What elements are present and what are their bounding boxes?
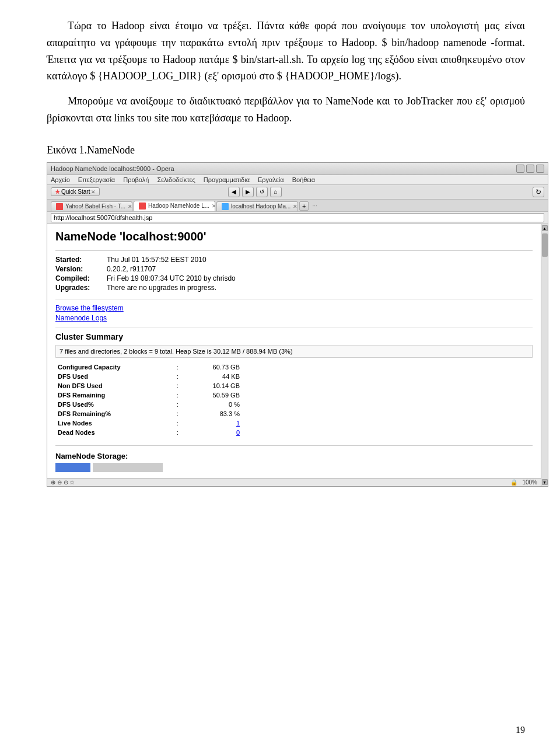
browser-main: NameNode 'localhost:9000' Started: Thu J… xyxy=(47,224,541,486)
cluster-value-0: 60.73 GB xyxy=(185,362,242,372)
status-security-icon: 🔒 xyxy=(510,479,517,486)
cluster-label-6: Live Nodes xyxy=(55,418,170,428)
cluster-sep-0: : xyxy=(170,362,185,372)
cluster-label-2: Non DFS Used xyxy=(55,381,170,390)
info-value-3: There are no upgrades in progress. xyxy=(107,284,216,292)
tab-icon-1 xyxy=(139,203,146,210)
cluster-row-1: DFS Used : 44 KB xyxy=(55,372,242,381)
menu-bookmarks[interactable]: Σελιδοδείκτες xyxy=(157,176,195,183)
forward-button[interactable]: ▶ xyxy=(242,187,254,197)
info-value-1: 0.20.2, r911707 xyxy=(107,265,156,273)
storage-bar-free xyxy=(93,463,163,472)
quickstart-close-icon[interactable]: ✕ xyxy=(91,189,96,195)
address-bar-row: http://localhost:50070/dfshealth.jsp xyxy=(47,212,548,224)
info-value-2: Fri Feb 19 08:07:34 UTC 2010 by chrisdo xyxy=(107,274,236,282)
divider-3 xyxy=(55,327,533,327)
info-row-0: Started: Thu Jul 01 15:57:52 EEST 2010 xyxy=(55,256,533,264)
paragraph-1: Τώρα το Hadoop είναι έτοιμο να τρέξει. Π… xyxy=(47,18,525,85)
info-value-0: Thu Jul 01 15:57:52 EEST 2010 xyxy=(107,256,206,264)
scrollbar-up[interactable]: ▲ xyxy=(542,225,548,231)
tab-label-2: localhost Hadoop Ma... xyxy=(231,203,290,210)
info-row-1: Version: 0.20.2, r911707 xyxy=(55,265,533,273)
tab-close-2[interactable]: ✕ xyxy=(293,204,298,210)
home-button[interactable]: ⌂ xyxy=(270,187,282,197)
quickstart-button[interactable]: ★ Quick Start ✕ xyxy=(51,187,100,196)
reload-button[interactable]: ↺ xyxy=(256,187,268,197)
browser-menubar: Αρχείο Επεξεργασία Προβολή Σελιδοδείκτες… xyxy=(47,175,548,185)
info-label-0: Started: xyxy=(55,256,102,264)
cluster-sep-7: : xyxy=(170,428,185,437)
menu-tools-extras[interactable]: Προγραμματιδια xyxy=(204,176,250,183)
cluster-label-0: Configured Capacity xyxy=(55,362,170,372)
cluster-summary-text: 7 files and directories, 2 blocks = 9 to… xyxy=(55,345,533,358)
close-button[interactable] xyxy=(536,165,544,173)
browser-toolbar: ★ Quick Start ✕ ◀ ▶ ↺ ⌂ ↻ xyxy=(47,185,548,200)
cluster-sep-1: : xyxy=(170,372,185,381)
menu-tools[interactable]: Εργαλεία xyxy=(258,176,284,183)
browser-screenshot: Hadoop NameNode localhost:9000 - Opera Α… xyxy=(47,162,548,487)
cluster-row-2: Non DFS Used : 10.14 GB xyxy=(55,381,242,390)
browser-titlebar: Hadoop NameNode localhost:9000 - Opera xyxy=(47,163,548,175)
namenode-logs-link[interactable]: Namenode Logs xyxy=(55,314,533,322)
divider-2 xyxy=(55,299,533,299)
browser-inner: NameNode 'localhost:9000' Started: Thu J… xyxy=(47,224,548,486)
paragraph-2: Μπορούμε να ανοίξουμε το διαδικτυακό περ… xyxy=(47,93,525,127)
divider-4 xyxy=(55,445,533,446)
maximize-button[interactable] xyxy=(526,165,534,173)
cluster-value-2: 10.14 GB xyxy=(185,381,242,390)
tab-label-0: Yahoo! Babel Fish - T... xyxy=(65,203,125,210)
divider-1 xyxy=(55,250,533,251)
figure-caption: Εικόνα 1.NameNode xyxy=(47,144,525,156)
cluster-value-3: 50.59 GB xyxy=(185,390,242,400)
cluster-row-4: DFS Used% : 0 % xyxy=(55,400,242,409)
info-row-2: Compiled: Fri Feb 19 08:07:34 UTC 2010 b… xyxy=(55,274,533,282)
namenode-heading: NameNode 'localhost:9000' xyxy=(55,230,533,243)
cluster-value-4: 0 % xyxy=(185,400,242,409)
cluster-sep-2: : xyxy=(170,381,185,390)
tab-0[interactable]: Yahoo! Babel Fish - T... ✕ xyxy=(51,201,132,211)
cluster-label-1: DFS Used xyxy=(55,372,170,381)
minimize-button[interactable] xyxy=(516,165,524,173)
browser-content: NameNode 'localhost:9000' Started: Thu J… xyxy=(47,224,541,478)
tab-close-0[interactable]: ✕ xyxy=(128,204,132,210)
cluster-section: Cluster Summary 7 files and directories,… xyxy=(55,332,533,437)
address-bar[interactable]: http://localhost:50070/dfshealth.jsp xyxy=(51,213,544,222)
menu-edit[interactable]: Επεξεργασία xyxy=(78,176,115,183)
menu-help[interactable]: Βοήθεια xyxy=(292,176,315,183)
cluster-row-3: DFS Remaining : 50.59 GB xyxy=(55,390,242,400)
tab-close-1[interactable]: ✕ xyxy=(212,203,215,209)
page-number: 19 xyxy=(516,725,525,735)
tab-add-button[interactable]: + xyxy=(299,201,309,211)
scrollbar[interactable]: ▲ ▼ xyxy=(541,224,548,486)
info-label-1: Version: xyxy=(55,265,102,273)
cluster-value-1: 44 KB xyxy=(185,372,242,381)
tab-1[interactable]: Hadoop NameNode L... ✕ xyxy=(134,201,215,211)
status-icons: ⊕ ⊖ ⊙ ☆ xyxy=(51,479,75,486)
refresh-icon[interactable]: ↻ xyxy=(533,187,544,197)
namenode-storage-heading: NameNode Storage: xyxy=(55,452,533,460)
cluster-row-5: DFS Remaining% : 83.3 % xyxy=(55,409,242,418)
back-button[interactable]: ◀ xyxy=(228,187,240,197)
cluster-row-6: Live Nodes : 1 xyxy=(55,418,242,428)
browse-filesystem-link[interactable]: Browse the filesystem xyxy=(55,304,533,312)
tab-icon-0 xyxy=(56,203,63,210)
scrollbar-down[interactable]: ▼ xyxy=(542,479,548,485)
tab-2[interactable]: localhost Hadoop Ma... ✕ xyxy=(216,201,298,211)
browser-title: Hadoop NameNode localhost:9000 - Opera xyxy=(51,165,174,172)
storage-bar xyxy=(55,463,533,472)
status-left: ⊕ ⊖ ⊙ ☆ xyxy=(51,479,75,486)
scrollbar-thumb[interactable] xyxy=(542,233,548,257)
cluster-value-7[interactable]: 0 xyxy=(185,428,242,437)
cluster-row-7: Dead Nodes : 0 xyxy=(55,428,242,437)
cluster-row-0: Configured Capacity : 60.73 GB xyxy=(55,362,242,372)
cluster-sep-3: : xyxy=(170,390,185,400)
menu-view[interactable]: Προβολή xyxy=(123,176,149,183)
cluster-value-6[interactable]: 1 xyxy=(185,418,242,428)
cluster-label-5: DFS Remaining% xyxy=(55,409,170,418)
status-right: 🔒 100% xyxy=(510,479,537,486)
browser-tabs: Yahoo! Babel Fish - T... ✕ Hadoop NameNo… xyxy=(47,200,548,212)
cluster-sep-5: : xyxy=(170,409,185,418)
info-label-3: Upgrades: xyxy=(55,284,102,292)
menu-file[interactable]: Αρχείο xyxy=(51,176,70,183)
tab-label-1: Hadoop NameNode L... xyxy=(148,203,209,209)
